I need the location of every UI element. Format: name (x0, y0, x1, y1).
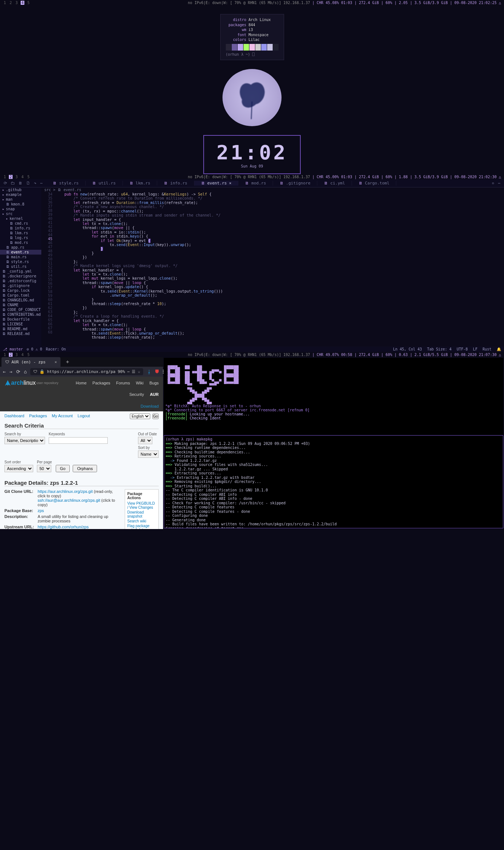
nav-forums[interactable]: Forums (116, 381, 130, 385)
close-icon[interactable]: × (229, 181, 232, 186)
ublock-icon[interactable]: ⛊ (155, 369, 159, 374)
editor-tab[interactable]: 🗎info.rs (157, 181, 194, 186)
nav-aur[interactable]: AUR (150, 392, 159, 397)
nav-security[interactable]: Security (129, 392, 144, 397)
file-item[interactable]: 🗎 CODE_OF_CONDUCT.... (0, 307, 41, 312)
file-item[interactable]: 🗎 kmon.8 (0, 202, 41, 207)
tool-icon[interactable]: ⟳ (4, 181, 7, 186)
editor-tab[interactable]: 🗎style.rs (46, 181, 86, 186)
workspace-switcher[interactable]: 12345 (3, 175, 30, 179)
file-item[interactable]: 🗎 CNAME (0, 303, 41, 307)
file-item[interactable]: 🗎 CONTRIBUTING.md (0, 312, 41, 317)
pkg-action-link[interactable]: Flag package out-of-date (127, 524, 156, 529)
nav-download[interactable]: Download (4, 404, 159, 408)
file-item[interactable]: 🗎 CHANGELOG.md (0, 298, 41, 303)
new-tab-button[interactable]: ＋ (65, 359, 70, 365)
workspace-5[interactable]: 5 (27, 353, 30, 357)
folder-item[interactable]: ▸ man (0, 197, 41, 202)
lang-go-button[interactable]: Go (152, 414, 159, 419)
ood-select[interactable]: All (138, 437, 152, 444)
editor-action-icon[interactable]: ▫ (492, 181, 494, 186)
workspace-3[interactable]: 3 (15, 175, 18, 179)
nav-buttons[interactable]: ← → ⟳ ⌂ (3, 369, 27, 374)
editor-right-icons[interactable]: ▫⋯ (488, 181, 504, 186)
eol[interactable]: LF (473, 347, 477, 351)
editor-tab[interactable]: 🗎lkm.rs (123, 181, 158, 186)
tool-icon[interactable]: 🗋 (26, 181, 30, 186)
workspace-5[interactable]: 5 (27, 1, 30, 5)
workspace-2[interactable]: 2 (9, 353, 13, 357)
reader-icon[interactable]: ☰ (132, 369, 135, 374)
cursor-position[interactable]: Ln 45, Col 43 (393, 347, 422, 351)
encoding[interactable]: UTF-8 (457, 347, 468, 351)
file-item[interactable]: 🗎 Cargo.lock (0, 288, 41, 293)
subnav-packages[interactable]: Packages (29, 414, 47, 418)
browser-tab[interactable]: 🛡 AUR (en) - zps × (1, 357, 61, 367)
subnav-myaccount[interactable]: My Account (52, 414, 73, 418)
tool-icon[interactable]: ↷ (34, 181, 37, 186)
workspace-4[interactable]: 4 (21, 1, 24, 5)
file-item[interactable]: 🗎 cmd.rs (0, 221, 41, 226)
sortord-select[interactable]: Ascending (4, 465, 33, 472)
workspace-4[interactable]: 4 (21, 353, 24, 357)
nav-wiki[interactable]: Wiki (136, 381, 144, 385)
file-item[interactable]: 🗎 event.rs (0, 250, 41, 255)
page-content[interactable]: archlinux user repository Home Packages … (0, 377, 163, 529)
zoom-level[interactable]: 90% (118, 369, 125, 374)
reload-icon[interactable]: ⟳ (16, 369, 20, 374)
subnav-dashboard[interactable]: Dashboard (4, 414, 24, 418)
file-item[interactable]: 🗎 LICENSE (0, 322, 41, 326)
git-ssh[interactable]: ssh://aur@aur.archlinux.org/zps.git (38, 498, 100, 502)
workspace-3[interactable]: 3 (15, 353, 18, 357)
editor-tab[interactable]: 🗎.gitignore (273, 181, 317, 186)
nav-home[interactable]: Home (76, 381, 86, 385)
file-item[interactable]: 🗎 .editorconfig (0, 279, 41, 283)
terminal-makepkg[interactable]: (orhun λ zps) makepkg ==> Making package… (164, 435, 503, 528)
editor-tab[interactable]: 🗎ci.yml (317, 181, 352, 186)
bell-icon[interactable]: 🔔 (497, 347, 501, 351)
workspace-1[interactable]: 1 (3, 353, 7, 357)
file-item[interactable]: 🗎 app.rs (0, 245, 41, 250)
file-item[interactable]: 🗎 lkm.rs (0, 231, 41, 235)
workspace-3[interactable]: 3 (15, 1, 18, 5)
workspace-2[interactable]: 2 (9, 1, 13, 5)
perpage-select[interactable]: 50 (37, 465, 51, 472)
file-item[interactable]: 🗎 _config.yml (0, 269, 41, 274)
minimap[interactable] (474, 187, 504, 346)
code-pane[interactable]: src > 🗎 event.rs 34353637383940414243444… (41, 187, 504, 346)
sortby-select[interactable]: Name (138, 450, 159, 458)
file-item[interactable]: 🗎 mod.rs (0, 240, 41, 245)
folder-item[interactable]: ▸ snap (0, 207, 41, 211)
editor-tab[interactable]: 🗎util.rs (86, 181, 122, 186)
search-go-button[interactable]: Go (56, 465, 70, 472)
workspace-switcher[interactable]: 12345 (3, 1, 30, 5)
file-item[interactable]: 🗎 info.rs (0, 226, 41, 231)
meatball-icon[interactable]: ⋯ (127, 369, 130, 374)
nav-bugs[interactable]: Bugs (149, 381, 159, 385)
language-select[interactable]: English (130, 414, 150, 419)
pkg-action-link[interactable]: View PKGBUILD / View Changes (127, 501, 156, 509)
forward-icon[interactable]: → (10, 369, 13, 374)
close-tab-icon[interactable]: × (55, 360, 57, 364)
editor-action-icon[interactable]: ⋯ (498, 181, 500, 186)
keywords-input[interactable] (49, 437, 108, 444)
tab-size[interactable]: Tab Size: 4 (427, 347, 452, 351)
arch-logo[interactable]: archlinux user repository (4, 380, 58, 386)
searchby-select[interactable]: Name, Description (4, 437, 45, 444)
folder-item[interactable]: ▸ src (0, 211, 41, 216)
file-item[interactable]: 🗎 RELEASE.md (0, 331, 41, 336)
bookmark-icon[interactable]: ☆ (138, 369, 140, 374)
subnav-logout[interactable]: Logout (77, 414, 90, 418)
tool-icon[interactable]: ⋯ (40, 181, 43, 186)
workspace-4[interactable]: 4 (21, 175, 24, 179)
terminal-irc[interactable]: ▄▄▄▄ ▄▄ ▄▄ ▄▄▄▄▄▄ █▀▀██ ▀▀ ██ ▄▄▄ █▀▀▀██… (164, 358, 503, 435)
workspace-5[interactable]: 5 (27, 175, 30, 179)
language-mode[interactable]: Rust (483, 347, 491, 351)
file-item[interactable]: 🗎 util.rs (0, 264, 41, 269)
file-item[interactable]: 🗎 Dockerfile (0, 317, 41, 322)
tool-icon[interactable]: 🗎 (18, 181, 23, 186)
lock-icon[interactable]: 🔒 (39, 369, 45, 374)
nav-packages[interactable]: Packages (93, 381, 110, 385)
editor-tab[interactable]: 🗎event.rs× (194, 181, 239, 186)
orphans-button[interactable]: Orphans (73, 465, 97, 472)
